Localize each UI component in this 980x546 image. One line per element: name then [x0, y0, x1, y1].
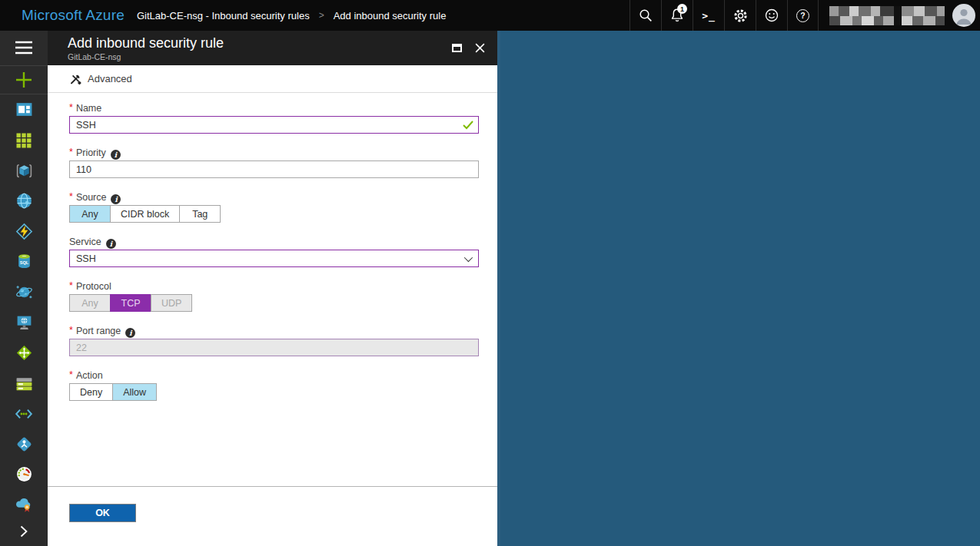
source-option-cidr-block[interactable]: CIDR block: [110, 205, 180, 223]
sidebar-item-all-resources[interactable]: [0, 125, 48, 156]
info-icon[interactable]: i: [106, 239, 116, 249]
service-select[interactable]: SSH: [69, 250, 479, 267]
service-selected-value: SSH: [76, 253, 96, 264]
required-marker: *: [69, 191, 73, 202]
feedback-button[interactable]: [756, 0, 787, 31]
sidebar-item-monitor[interactable]: [0, 459, 48, 490]
info-icon[interactable]: i: [125, 328, 135, 338]
sidebar-item-virtual-machines[interactable]: [0, 307, 48, 338]
required-marker: *: [69, 102, 73, 113]
field-port-range: *Port rangei: [69, 325, 479, 356]
action-option-deny[interactable]: Deny: [69, 383, 113, 401]
advanced-label: Advanced: [88, 73, 132, 84]
field-service: Servicei SSH: [69, 236, 479, 267]
gear-icon: [733, 8, 749, 24]
panel-header: Add inbound security rule GitLab-CE-nsg: [48, 31, 497, 65]
required-marker: *: [69, 369, 73, 380]
breadcrumb-parent[interactable]: GitLab-CE-nsg - Inbound security rules: [137, 10, 310, 22]
priority-input[interactable]: [69, 160, 479, 178]
info-icon[interactable]: i: [111, 194, 121, 204]
action-option-allow[interactable]: Allow: [112, 383, 157, 401]
rule-form: *Name *Priorityi *Sourcei Any CIDR block: [48, 93, 497, 486]
panel-footer: OK: [48, 486, 497, 546]
cloud-shell-icon: >_: [702, 10, 716, 22]
avatar[interactable]: [952, 4, 975, 27]
all-resources-icon: [15, 132, 32, 149]
monitor-gauge-icon: [15, 465, 33, 483]
service-label: Servicei: [69, 236, 479, 249]
sql-databases-icon: SQL: [15, 253, 33, 270]
maximize-button[interactable]: [448, 39, 465, 56]
security-center-icon: [15, 495, 33, 514]
search-icon: [638, 8, 653, 23]
source-toggle-group: Any CIDR block Tag: [69, 205, 221, 223]
top-bar: Microsoft Azure GitLab-CE-nsg - Inbound …: [0, 0, 980, 31]
sidebar-item-new[interactable]: [0, 66, 48, 94]
ok-button[interactable]: OK: [69, 504, 136, 522]
breadcrumb: GitLab-CE-nsg - Inbound security rules >…: [137, 10, 446, 22]
panel-subtitle: GitLab-CE-nsg: [68, 52, 224, 61]
add-inbound-rule-panel: Add inbound security rule GitLab-CE-nsg …: [48, 31, 497, 546]
dashboard-icon: [15, 101, 33, 118]
sidebar-item-dashboard[interactable]: [0, 94, 48, 125]
sidebar-item-function-apps[interactable]: [0, 216, 48, 247]
chevron-right-icon: [18, 524, 30, 538]
required-marker: *: [69, 325, 73, 336]
close-icon: [474, 42, 486, 54]
sidebar: SQL: [0, 31, 48, 546]
azure-logo[interactable]: Microsoft Azure: [0, 7, 137, 24]
panel-toolbar: Advanced: [48, 65, 497, 93]
sidebar-item-sql-databases[interactable]: SQL: [0, 247, 48, 277]
protocol-option-udp[interactable]: UDP: [151, 294, 192, 312]
virtual-networks-icon: [15, 405, 33, 423]
priority-label: *Priorityi: [69, 147, 479, 160]
sidebar-item-app-services[interactable]: [0, 186, 48, 217]
sidebar-item-azure-active-directory[interactable]: [0, 429, 48, 460]
source-option-any[interactable]: Any: [69, 205, 111, 223]
field-action: *Action Deny Allow: [69, 369, 479, 401]
dashboard-backdrop: [497, 31, 980, 546]
port-range-input: [69, 339, 479, 356]
load-balancers-icon: [15, 344, 33, 362]
redacted-account-name: [829, 6, 945, 25]
settings-button[interactable]: [724, 0, 756, 31]
help-button[interactable]: ?: [787, 0, 819, 31]
required-marker: *: [69, 147, 73, 157]
cosmos-db-icon: [15, 283, 33, 301]
name-input[interactable]: [69, 116, 479, 134]
required-marker: *: [69, 280, 73, 291]
name-input-wrap: [69, 116, 479, 134]
sidebar-item-load-balancers[interactable]: [0, 338, 48, 369]
svg-text:SQL: SQL: [19, 261, 28, 266]
breadcrumb-current[interactable]: Add inbound security rule: [334, 10, 447, 22]
search-button[interactable]: [630, 0, 661, 31]
sidebar-item-cosmos-db[interactable]: [0, 277, 48, 308]
close-button[interactable]: [471, 39, 488, 56]
info-icon[interactable]: i: [111, 150, 121, 160]
panel-titles: Add inbound security rule GitLab-CE-nsg: [68, 35, 224, 61]
azure-active-directory-icon: [15, 435, 33, 453]
resource-groups-icon: [15, 162, 33, 180]
sidebar-menu-button[interactable]: [0, 31, 48, 65]
protocol-option-any[interactable]: Any: [69, 294, 111, 312]
breadcrumb-separator-icon: >: [319, 10, 324, 21]
field-priority: *Priorityi: [69, 147, 479, 178]
source-option-tag[interactable]: Tag: [179, 205, 221, 223]
advanced-button[interactable]: Advanced: [69, 73, 132, 85]
notifications-button[interactable]: 1: [661, 0, 693, 31]
protocol-option-tcp[interactable]: TCP: [110, 294, 151, 312]
sidebar-item-security-center[interactable]: [0, 490, 48, 521]
sidebar-item-virtual-networks[interactable]: [0, 399, 48, 429]
field-protocol: *Protocol Any TCP UDP: [69, 280, 479, 312]
cloud-shell-button[interactable]: >_: [693, 0, 724, 31]
field-source: *Sourcei Any CIDR block Tag: [69, 191, 479, 223]
chevron-down-icon: [464, 253, 473, 261]
account-info[interactable]: [829, 6, 945, 25]
smiley-icon: [764, 8, 779, 23]
field-name: *Name: [69, 102, 479, 134]
sidebar-item-resource-groups[interactable]: [0, 155, 48, 186]
action-label: *Action: [69, 369, 479, 382]
function-apps-icon: [15, 223, 33, 240]
sidebar-expand-button[interactable]: [0, 520, 48, 543]
sidebar-item-storage-accounts[interactable]: [0, 368, 48, 399]
